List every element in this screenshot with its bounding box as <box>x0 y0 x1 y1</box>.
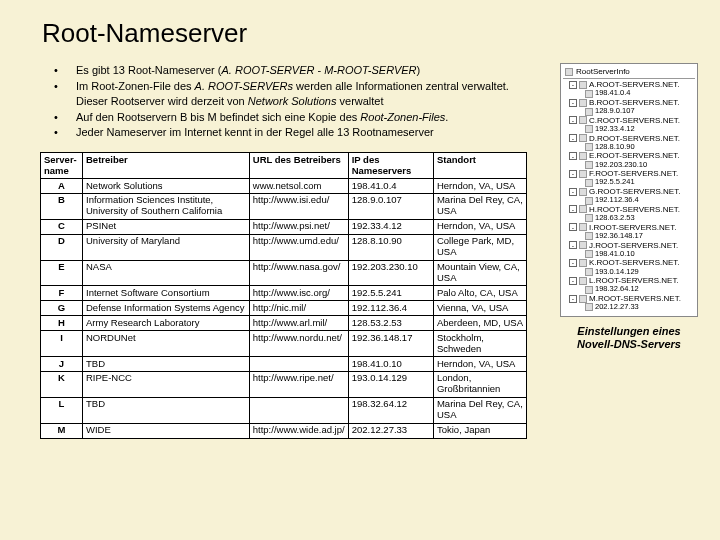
tree-server-item: -A.ROOT-SERVERS.NET. <box>565 80 695 89</box>
left-column: Es gibt 13 Root-Nameserver (A. ROOT-SERV… <box>48 63 540 439</box>
table-cell: B <box>41 193 83 219</box>
ip-icon <box>585 268 593 276</box>
collapse-icon: - <box>569 205 577 213</box>
table-cell: D <box>41 234 83 260</box>
server-icon <box>579 81 587 89</box>
collapse-icon: - <box>569 223 577 231</box>
table-cell: K <box>41 371 83 397</box>
table-cell: 192.112.36.4 <box>348 301 433 316</box>
table-row: JTBD198.41.0.10Herndon, VA, USA <box>41 357 527 372</box>
tree-ip-item: 198.41.0.10 <box>565 250 695 259</box>
table-column-header: IP des Nameservers <box>348 153 433 179</box>
tree-ip-item: 128.8.10.90 <box>565 143 695 152</box>
server-icon <box>579 223 587 231</box>
table-cell: Herndon, VA, USA <box>433 179 526 194</box>
table-cell: Mountain View, CA, USA <box>433 260 526 286</box>
server-icon <box>579 116 587 124</box>
tree-ip-item: 192.36.148.17 <box>565 232 695 241</box>
table-cell: 198.32.64.12 <box>348 397 433 423</box>
table-row: KRIPE-NCChttp://www.ripe.net/193.0.14.12… <box>41 371 527 397</box>
screenshot-caption: Einstellungen eines Novell-DNS-Servers <box>560 325 698 351</box>
server-ip-label: 192.203.230.10 <box>595 161 647 170</box>
server-icon <box>579 277 587 285</box>
server-ip-label: 198.41.0.4 <box>595 89 630 98</box>
ip-icon <box>585 143 593 151</box>
table-cell: 128.9.0.107 <box>348 193 433 219</box>
collapse-icon: - <box>569 152 577 160</box>
server-ip-label: 128.63.2.53 <box>595 214 635 223</box>
server-icon <box>579 188 587 196</box>
bullet-item: Jeder Nameserver im Internet kennt in de… <box>48 125 540 140</box>
right-column: RootServerInfo -A.ROOT-SERVERS.NET.198.4… <box>560 63 698 439</box>
collapse-icon: - <box>569 259 577 267</box>
tree-ip-item: 193.0.14.129 <box>565 268 695 277</box>
table-cell: A <box>41 179 83 194</box>
table-cell: 198.41.0.10 <box>348 357 433 372</box>
server-icon <box>579 152 587 160</box>
table-cell: Army Research Laboratory <box>83 316 250 331</box>
bullet-item: Im Root-Zonen-File des A. ROOT-SERVERs w… <box>48 79 540 109</box>
ip-icon <box>585 161 593 169</box>
table-cell: 192.203.230.10 <box>348 260 433 286</box>
collapse-icon: - <box>569 170 577 178</box>
screenshot-header: RootServerInfo <box>563 66 695 79</box>
table-cell: 198.41.0.4 <box>348 179 433 194</box>
collapse-icon: - <box>569 134 577 142</box>
table-row: HArmy Research Laboratoryhttp://www.arl.… <box>41 316 527 331</box>
table-cell: http://www.nasa.gov/ <box>249 260 348 286</box>
table-cell: http://www.arl.mil/ <box>249 316 348 331</box>
collapse-icon: - <box>569 81 577 89</box>
table-cell: RIPE-NCC <box>83 371 250 397</box>
tree-ip-item: 198.41.0.4 <box>565 89 695 98</box>
table-cell: Internet Software Consortium <box>83 286 250 301</box>
table-header: Server-nameBetreiberURL des BetreibersIP… <box>41 153 527 179</box>
table-cell: 192.36.148.17 <box>348 331 433 357</box>
table-cell: M <box>41 423 83 438</box>
server-ip-label: 198.41.0.10 <box>595 250 635 259</box>
table-column-header: URL des Betreibers <box>249 153 348 179</box>
table-cell: TBD <box>83 357 250 372</box>
server-icon <box>579 259 587 267</box>
table-row: CPSINethttp://www.psi.net/192.33.4.12Her… <box>41 219 527 234</box>
rootserver-table: Server-nameBetreiberURL des BetreibersIP… <box>40 152 527 438</box>
header-icon <box>565 68 573 76</box>
table-cell: Marina Del Rey, CA, USA <box>433 193 526 219</box>
table-cell: 193.0.14.129 <box>348 371 433 397</box>
table-row: MWIDEhttp://www.wide.ad.jp/202.12.27.33T… <box>41 423 527 438</box>
collapse-icon: - <box>569 295 577 303</box>
collapse-icon: - <box>569 277 577 285</box>
collapse-icon: - <box>569 99 577 107</box>
server-ip-label: 128.9.0.107 <box>595 107 635 116</box>
table-column-header: Betreiber <box>83 153 250 179</box>
table-cell: E <box>41 260 83 286</box>
table-row: ANetwork Solutionswww.netsol.com198.41.0… <box>41 179 527 194</box>
tree-ip-item: 198.32.64.12 <box>565 285 695 294</box>
table-cell: http://nic.mil/ <box>249 301 348 316</box>
table-cell: http://www.isi.edu/ <box>249 193 348 219</box>
table-cell: www.netsol.com <box>249 179 348 194</box>
slide-title: Root-Nameserver <box>42 18 690 49</box>
server-ip-label: 192.36.148.17 <box>595 232 643 241</box>
table-row: LTBD198.32.64.12Marina Del Rey, CA, USA <box>41 397 527 423</box>
table-cell: http://www.wide.ad.jp/ <box>249 423 348 438</box>
ip-icon <box>585 179 593 187</box>
table-cell: http://www.psi.net/ <box>249 219 348 234</box>
table-cell: 192.5.5.241 <box>348 286 433 301</box>
ip-icon <box>585 197 593 205</box>
table-cell: 128.53.2.53 <box>348 316 433 331</box>
table-cell: F <box>41 286 83 301</box>
table-cell: Network Solutions <box>83 179 250 194</box>
server-ip-label: 192.112.36.4 <box>595 196 639 205</box>
server-ip-label: 202.12.27.33 <box>595 303 639 312</box>
tree-ip-item: 202.12.27.33 <box>565 303 695 312</box>
table-cell: L <box>41 397 83 423</box>
table-cell: WIDE <box>83 423 250 438</box>
table-cell: 192.33.4.12 <box>348 219 433 234</box>
content-row: Es gibt 13 Root-Nameserver (A. ROOT-SERV… <box>48 63 690 439</box>
server-ip-label: 193.0.14.129 <box>595 268 639 277</box>
table-cell: Palo Alto, CA, USA <box>433 286 526 301</box>
table-row: ENASAhttp://www.nasa.gov/192.203.230.10M… <box>41 260 527 286</box>
table-cell <box>249 397 348 423</box>
server-ip-label: 198.32.64.12 <box>595 285 639 294</box>
table-cell: G <box>41 301 83 316</box>
